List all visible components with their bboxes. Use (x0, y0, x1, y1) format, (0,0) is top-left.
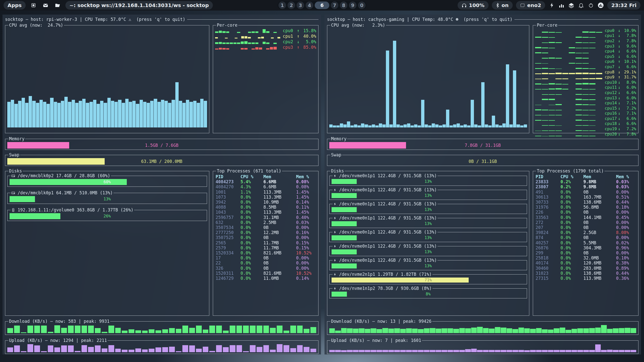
spark-bar (535, 105, 541, 105)
spark-bar (582, 31, 589, 33)
chart-bar (176, 351, 182, 352)
workspace-7[interactable]: 7 (331, 2, 338, 9)
mem-percent-cell: 0.03% (296, 220, 316, 225)
cpu-percent-cell: 0.0% (240, 260, 263, 265)
chart-bar (75, 103, 78, 127)
chart-bar (149, 349, 154, 352)
workspace-4[interactable]: 4 (306, 2, 313, 9)
monitor-applet-button[interactable] (597, 2, 604, 9)
chart-bar (382, 350, 388, 352)
top-bar-tray: 100% on eno2 23:32 Fri (458, 1, 640, 10)
layers-button[interactable] (568, 2, 575, 9)
workspace-1[interactable]: 1 (278, 2, 286, 9)
spark-bar (535, 37, 541, 38)
spark-bar (576, 63, 582, 64)
power-button[interactable] (588, 2, 594, 9)
core-usage-value: 15.8% (301, 28, 316, 33)
spark-bar (589, 73, 595, 74)
trend-down-icon: ↓ (617, 85, 622, 90)
spark-bar (535, 131, 541, 131)
mem-percent-cell: 0.02% (616, 240, 636, 245)
mem-cell: 9.8MB (583, 184, 616, 189)
upload-chart (329, 344, 636, 352)
network-pill[interactable]: eno2 (516, 1, 545, 10)
per-core-panel: Per-core cpu0↑15.8%cpu1↑40.0%cpu2↓5.0%cp… (213, 23, 318, 133)
workspace-8[interactable]: 8 (340, 2, 347, 9)
mail-button[interactable] (41, 1, 50, 10)
spark-bar (535, 136, 541, 136)
spark-bar (582, 120, 589, 121)
spark-bar (535, 79, 541, 79)
trend-down-icon: ↓ (617, 33, 622, 38)
spark-bar (225, 38, 228, 38)
volume-pill[interactable]: 100% (458, 1, 489, 10)
download-panel: Download (KB/s) — now: 13 | peak: 99426 (327, 319, 638, 335)
core-row-cpu16: cpu16↓7.1% (535, 111, 636, 116)
cpu-percent-cell: 0.0% (240, 230, 263, 235)
power-profile-button[interactable] (548, 2, 555, 9)
cpu-percent-cell: 0.0% (560, 230, 583, 235)
chart-bar (186, 100, 189, 127)
window-button[interactable] (29, 1, 38, 10)
disk-name: /dev/nvme0n1p1 (339, 230, 375, 234)
spark-bar (576, 104, 582, 105)
chart-bar (548, 350, 553, 352)
chart-bar (32, 101, 35, 127)
spark-bar (562, 84, 569, 84)
terminal-window-rpi-worker-3[interactable]: socktop — host: rpi-worker-3 | CPU Temp:… (3, 15, 321, 354)
storage-bolt-icon (333, 174, 337, 178)
window-title-pill[interactable]: ~: socktop ws://192.168.1.104:3031/ws - … (65, 1, 213, 10)
chart-bar (375, 125, 379, 127)
workspace-2[interactable]: 2 (288, 2, 295, 9)
spark-bar (215, 49, 218, 50)
chart-bar (88, 347, 94, 352)
chart-bar (365, 350, 370, 352)
chart-bar (263, 345, 269, 352)
core-row-cpu7: cpu7↓6.6% (535, 64, 636, 69)
chart-bar (436, 329, 441, 333)
chart-bar (122, 103, 125, 127)
terminal-window-cachyos-gaming[interactable]: socktop — host: cachyos-gaming | CPU Tem… (325, 15, 641, 354)
pid-cell: 4084273 (216, 179, 240, 184)
core-row-cpu14: cpu14↓7.1% (535, 100, 636, 106)
bluetooth-pill[interactable]: on (492, 1, 513, 10)
chart-bar (524, 328, 530, 333)
chart-bar (54, 325, 60, 333)
chart-bar (277, 344, 283, 352)
chart-bar (414, 124, 417, 127)
core-usage-value: 40.0% (301, 34, 316, 39)
mem-cell: 821.6MB (263, 271, 296, 276)
core-usage-value: 6.6% (622, 49, 636, 54)
chart-bar (179, 101, 182, 127)
per-core-list: cpu0↑15.8%cpu1↑40.0%cpu2↓5.0%cpu3↑85.0% (215, 28, 316, 50)
chart-bar (536, 328, 542, 333)
stats-button[interactable] (558, 2, 565, 9)
top-processes-title: Top Processes (1790 total) (536, 169, 605, 173)
mem-percent-cell: 0.14% (296, 276, 316, 281)
mem-percent-cell: 0.03% (616, 184, 636, 189)
pid-cell: 31023 (536, 271, 560, 276)
mem-percent-cell: 0.89% (616, 266, 636, 271)
notifications-button[interactable] (578, 2, 584, 9)
disk-name: /dev/mmcblk0p2 (18, 174, 54, 178)
chart-bar (460, 125, 463, 127)
workspace-0[interactable]: 0 (358, 2, 366, 9)
spark-bar (582, 94, 589, 95)
disk-usage: 122.4GB / 931.5GB (378, 174, 421, 178)
mem-cell: 0B (263, 260, 296, 265)
nas-icon (11, 208, 15, 212)
files-button[interactable] (53, 1, 62, 10)
core-row-cpu20: cpu20↓7.8% (535, 131, 636, 137)
spark-bar (549, 32, 555, 33)
workspace-3[interactable]: 3 (297, 2, 304, 9)
workspace-6-active[interactable]: 6 (315, 2, 329, 9)
spark-bar (252, 42, 255, 44)
core-usage-value: 7.1% (622, 111, 636, 116)
core-usage-value: 10.9% (622, 28, 636, 33)
clock-pill[interactable]: 23:32 Fri (607, 1, 640, 10)
upload-panel: Upload (KB/s) — now: 1294 | peak: 2211 (5, 338, 318, 354)
chart-bar (102, 348, 107, 352)
apps-button[interactable]: Apps (4, 1, 26, 10)
workspace-9[interactable]: 9 (349, 2, 356, 9)
storage-bolt-icon (333, 230, 337, 234)
